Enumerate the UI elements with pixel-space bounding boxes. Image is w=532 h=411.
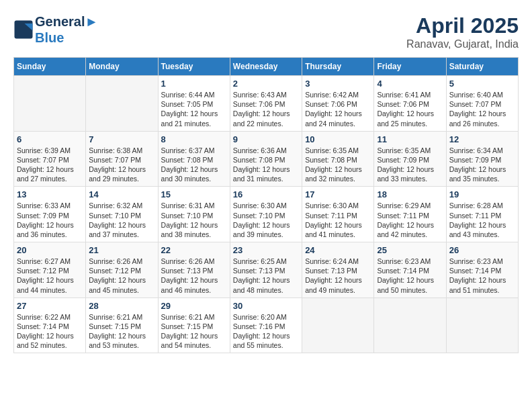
calendar-cell: 12Sunrise: 6:34 AM Sunset: 7:09 PM Dayli… [446, 131, 518, 187]
calendar-cell: 29Sunrise: 6:21 AM Sunset: 7:15 PM Dayli… [158, 298, 230, 353]
day-number: 24 [305, 245, 371, 255]
day-number: 9 [233, 134, 299, 144]
weekday-header-monday: Monday [86, 58, 158, 76]
day-info: Sunrise: 6:30 AM Sunset: 7:10 PM Dayligh… [233, 201, 299, 239]
day-number: 25 [377, 245, 443, 255]
day-info: Sunrise: 6:38 AM Sunset: 7:07 PM Dayligh… [89, 146, 154, 184]
day-number: 14 [89, 189, 154, 199]
day-info: Sunrise: 6:21 AM Sunset: 7:15 PM Dayligh… [161, 312, 227, 351]
calendar-cell: 26Sunrise: 6:23 AM Sunset: 7:14 PM Dayli… [446, 242, 518, 298]
calendar-cell: 10Sunrise: 6:35 AM Sunset: 7:08 PM Dayli… [302, 131, 374, 187]
logo: General► Blue [13, 13, 98, 46]
month-title: April 2025 [406, 13, 519, 38]
calendar-cell [14, 76, 86, 132]
weekday-header-tuesday: Tuesday [158, 58, 230, 76]
day-number: 21 [89, 245, 154, 255]
day-info: Sunrise: 6:26 AM Sunset: 7:13 PM Dayligh… [161, 257, 227, 295]
day-info: Sunrise: 6:23 AM Sunset: 7:14 PM Dayligh… [449, 257, 515, 295]
day-info: Sunrise: 6:23 AM Sunset: 7:14 PM Dayligh… [377, 257, 443, 295]
calendar-cell: 20Sunrise: 6:27 AM Sunset: 7:12 PM Dayli… [14, 242, 86, 298]
day-number: 3 [305, 79, 371, 89]
day-info: Sunrise: 6:29 AM Sunset: 7:11 PM Dayligh… [377, 201, 443, 239]
calendar-cell: 9Sunrise: 6:36 AM Sunset: 7:08 PM Daylig… [230, 131, 302, 187]
calendar-cell: 14Sunrise: 6:32 AM Sunset: 7:10 PM Dayli… [86, 187, 158, 242]
day-info: Sunrise: 6:27 AM Sunset: 7:12 PM Dayligh… [17, 257, 83, 295]
day-info: Sunrise: 6:40 AM Sunset: 7:07 PM Dayligh… [449, 90, 515, 128]
calendar-cell: 30Sunrise: 6:20 AM Sunset: 7:16 PM Dayli… [230, 298, 302, 353]
svg-rect-0 [15, 21, 33, 39]
day-info: Sunrise: 6:31 AM Sunset: 7:10 PM Dayligh… [161, 201, 227, 239]
day-number: 17 [305, 189, 371, 199]
calendar-cell: 13Sunrise: 6:33 AM Sunset: 7:09 PM Dayli… [14, 187, 86, 242]
day-info: Sunrise: 6:37 AM Sunset: 7:08 PM Dayligh… [161, 146, 227, 184]
day-number: 6 [17, 134, 83, 144]
calendar-cell: 25Sunrise: 6:23 AM Sunset: 7:14 PM Dayli… [374, 242, 446, 298]
day-info: Sunrise: 6:36 AM Sunset: 7:08 PM Dayligh… [233, 146, 299, 184]
calendar-cell: 19Sunrise: 6:28 AM Sunset: 7:11 PM Dayli… [446, 187, 518, 242]
day-number: 30 [233, 301, 299, 311]
weekday-header-sunday: Sunday [14, 58, 86, 76]
calendar-cell [302, 298, 374, 353]
day-info: Sunrise: 6:41 AM Sunset: 7:06 PM Dayligh… [377, 90, 443, 128]
day-info: Sunrise: 6:28 AM Sunset: 7:11 PM Dayligh… [449, 201, 515, 239]
day-info: Sunrise: 6:44 AM Sunset: 7:05 PM Dayligh… [161, 90, 227, 128]
day-info: Sunrise: 6:24 AM Sunset: 7:13 PM Dayligh… [305, 257, 371, 295]
weekday-header-saturday: Saturday [446, 58, 518, 76]
calendar-cell: 28Sunrise: 6:21 AM Sunset: 7:15 PM Dayli… [86, 298, 158, 353]
day-number: 4 [377, 79, 443, 89]
day-number: 15 [161, 189, 227, 199]
day-number: 18 [377, 189, 443, 199]
page-header: General► Blue April 2025 Ranavav, Gujara… [13, 13, 519, 50]
day-number: 20 [17, 245, 83, 255]
week-row-4: 27Sunrise: 6:22 AM Sunset: 7:14 PM Dayli… [14, 298, 519, 353]
calendar-cell [446, 298, 518, 353]
day-number: 10 [305, 134, 371, 144]
day-number: 26 [449, 245, 515, 255]
calendar-cell: 4Sunrise: 6:41 AM Sunset: 7:06 PM Daylig… [374, 76, 446, 132]
weekday-header-friday: Friday [374, 58, 446, 76]
calendar-cell: 7Sunrise: 6:38 AM Sunset: 7:07 PM Daylig… [86, 131, 158, 187]
calendar-cell: 21Sunrise: 6:26 AM Sunset: 7:12 PM Dayli… [86, 242, 158, 298]
day-number: 22 [161, 245, 227, 255]
calendar-cell: 18Sunrise: 6:29 AM Sunset: 7:11 PM Dayli… [374, 187, 446, 242]
weekday-header-thursday: Thursday [302, 58, 374, 76]
day-number: 7 [89, 134, 154, 144]
week-row-3: 20Sunrise: 6:27 AM Sunset: 7:12 PM Dayli… [14, 242, 519, 298]
day-info: Sunrise: 6:20 AM Sunset: 7:16 PM Dayligh… [233, 312, 299, 351]
calendar-cell: 16Sunrise: 6:30 AM Sunset: 7:10 PM Dayli… [230, 187, 302, 242]
day-number: 27 [17, 301, 83, 311]
week-row-2: 13Sunrise: 6:33 AM Sunset: 7:09 PM Dayli… [14, 187, 519, 242]
day-number: 23 [233, 245, 299, 255]
location: Ranavav, Gujarat, India [406, 38, 519, 50]
calendar-cell: 17Sunrise: 6:30 AM Sunset: 7:11 PM Dayli… [302, 187, 374, 242]
day-info: Sunrise: 6:22 AM Sunset: 7:14 PM Dayligh… [17, 312, 83, 351]
title-block: April 2025 Ranavav, Gujarat, India [406, 13, 519, 50]
day-number: 5 [449, 79, 515, 89]
calendar-cell: 8Sunrise: 6:37 AM Sunset: 7:08 PM Daylig… [158, 131, 230, 187]
calendar-cell [86, 76, 158, 132]
day-info: Sunrise: 6:35 AM Sunset: 7:08 PM Dayligh… [305, 146, 371, 184]
week-row-0: 1Sunrise: 6:44 AM Sunset: 7:05 PM Daylig… [14, 76, 519, 132]
day-number: 29 [161, 301, 227, 311]
calendar-cell: 2Sunrise: 6:43 AM Sunset: 7:06 PM Daylig… [230, 76, 302, 132]
calendar-cell: 1Sunrise: 6:44 AM Sunset: 7:05 PM Daylig… [158, 76, 230, 132]
day-number: 28 [89, 301, 154, 311]
day-info: Sunrise: 6:25 AM Sunset: 7:13 PM Dayligh… [233, 257, 299, 295]
calendar-table: SundayMondayTuesdayWednesdayThursdayFrid… [13, 57, 519, 353]
weekday-header-wednesday: Wednesday [230, 58, 302, 76]
day-info: Sunrise: 6:33 AM Sunset: 7:09 PM Dayligh… [17, 201, 83, 239]
day-info: Sunrise: 6:34 AM Sunset: 7:09 PM Dayligh… [449, 146, 515, 184]
day-number: 8 [161, 134, 227, 144]
weekday-header-row: SundayMondayTuesdayWednesdayThursdayFrid… [14, 58, 519, 76]
day-info: Sunrise: 6:30 AM Sunset: 7:11 PM Dayligh… [305, 201, 371, 239]
calendar-cell: 3Sunrise: 6:42 AM Sunset: 7:06 PM Daylig… [302, 76, 374, 132]
day-info: Sunrise: 6:43 AM Sunset: 7:06 PM Dayligh… [233, 90, 299, 128]
day-info: Sunrise: 6:26 AM Sunset: 7:12 PM Dayligh… [89, 257, 154, 295]
calendar-cell: 6Sunrise: 6:39 AM Sunset: 7:07 PM Daylig… [14, 131, 86, 187]
day-number: 19 [449, 189, 515, 199]
calendar-cell: 5Sunrise: 6:40 AM Sunset: 7:07 PM Daylig… [446, 76, 518, 132]
logo-text: General► Blue [35, 13, 98, 46]
calendar-cell: 15Sunrise: 6:31 AM Sunset: 7:10 PM Dayli… [158, 187, 230, 242]
day-number: 16 [233, 189, 299, 199]
day-number: 12 [449, 134, 515, 144]
